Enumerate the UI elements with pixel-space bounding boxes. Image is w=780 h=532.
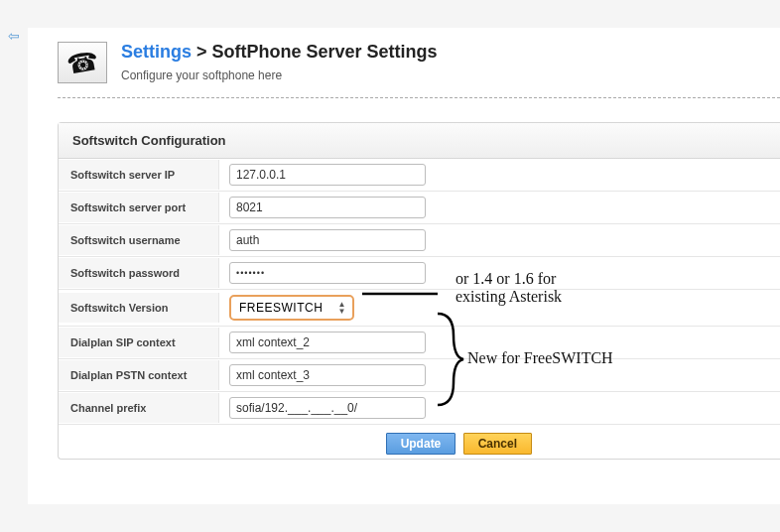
update-button[interactable]: Update	[386, 433, 456, 455]
page-container: ☎ Settings > SoftPhone Server Settings C…	[28, 28, 780, 504]
breadcrumb-sep: >	[192, 42, 212, 62]
back-icon[interactable]: ⇦	[8, 28, 20, 44]
input-pstn-context[interactable]	[229, 364, 426, 386]
label-pstn-context: Dialplan PSTN context	[59, 360, 219, 390]
button-row: Update Cancel	[59, 425, 780, 459]
label-username: Softswitch username	[59, 225, 219, 255]
page-subtitle: Configure your softphone here	[121, 68, 438, 82]
select-arrows-icon: ▲▼	[338, 301, 346, 315]
input-username[interactable]	[229, 229, 426, 251]
input-password[interactable]	[229, 262, 426, 284]
label-password: Softswitch password	[59, 258, 219, 288]
label-server-ip: Softswitch server IP	[59, 160, 219, 190]
select-version-value: FREESWITCH	[239, 301, 323, 315]
input-server-ip[interactable]	[229, 164, 426, 186]
breadcrumb: Settings > SoftPhone Server Settings	[121, 42, 438, 63]
phone-icon: ☎	[58, 42, 107, 83]
label-version: Softswitch Version	[59, 293, 219, 323]
select-version[interactable]: FREESWITCH ▲▼	[229, 295, 354, 321]
page-header: ☎ Settings > SoftPhone Server Settings C…	[58, 42, 780, 98]
breadcrumb-link-settings[interactable]: Settings	[121, 42, 192, 62]
label-channel-prefix: Channel prefix	[59, 393, 219, 423]
panel-title: Softswitch Configuration	[59, 123, 780, 159]
cancel-button[interactable]: Cancel	[463, 433, 532, 455]
config-panel: Softswitch Configuration Softswitch serv…	[58, 122, 780, 460]
phone-glyph: ☎	[65, 45, 101, 80]
page-title: SoftPhone Server Settings	[212, 42, 438, 62]
input-server-port[interactable]	[229, 197, 426, 218]
label-sip-context: Dialplan SIP context	[59, 328, 219, 357]
label-server-port: Softswitch server port	[59, 193, 219, 222]
input-channel-prefix[interactable]	[229, 397, 426, 419]
input-sip-context[interactable]	[229, 332, 426, 353]
